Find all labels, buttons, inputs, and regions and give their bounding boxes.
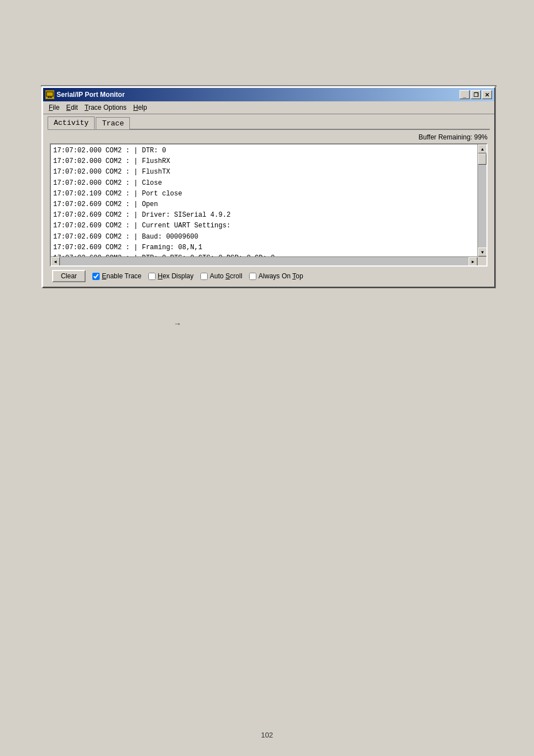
controls-bar: Clear Enable Trace Hex Display Auto Scro… (48, 268, 490, 284)
buffer-remaining: Buffer Remaining: 99% (48, 132, 490, 142)
log-line: 17:07:02.609 COM2 : | Baud: 00009600 (53, 232, 476, 242)
scroll-thumb[interactable] (478, 153, 486, 165)
page-number: 102 (261, 731, 273, 739)
scroll-track[interactable] (478, 153, 486, 248)
always-on-top-label: Always On Top (259, 272, 303, 280)
menu-help[interactable]: Help (130, 102, 151, 113)
log-line: 17:07:02.000 COM2 : | DTR: 0 (53, 146, 476, 156)
title-buttons: _ ❐ ✕ (460, 90, 492, 99)
enable-trace-checkbox-label[interactable]: Enable Trace (92, 272, 142, 280)
app-icon (45, 90, 54, 99)
scroll-corner (477, 256, 486, 265)
tab-bar: Activity Trace (43, 114, 494, 130)
vertical-scrollbar[interactable]: ▲ ▼ (477, 144, 486, 256)
log-line: 17:07:02.609 COM2 : | Framing: 08,N,1 (53, 242, 476, 253)
enable-trace-checkbox[interactable] (92, 273, 100, 280)
log-content[interactable]: 17:07:02.000 COM2 : | DTR: 0 17:07:02.00… (51, 144, 486, 256)
log-line: 17:07:02.000 COM2 : | Close (53, 178, 476, 189)
menu-bar: File Edit Trace Options Help (43, 101, 494, 114)
scroll-right-arrow[interactable]: ► (469, 257, 477, 266)
log-line: 17:07:02.609 COM2 : | Open (53, 199, 476, 210)
menu-trace-options[interactable]: Trace Options (81, 102, 130, 113)
log-line: 17:07:02.000 COM2 : | FlushTX (53, 167, 476, 178)
auto-scroll-checkbox-label[interactable]: Auto Scroll (200, 272, 242, 280)
scroll-track-h[interactable] (60, 257, 469, 265)
always-on-top-checkbox-label[interactable]: Always On Top (249, 272, 303, 280)
clear-button[interactable]: Clear (52, 270, 86, 282)
content-area: Buffer Remaining: 99% 17:07:02.000 COM2 … (43, 130, 494, 287)
horizontal-scrollbar[interactable]: ◄ ► (51, 256, 477, 265)
arrow-indicator: → (174, 319, 181, 328)
menu-edit[interactable]: Edit (63, 102, 81, 113)
minimize-button[interactable]: _ (460, 90, 470, 99)
window-title: Serial/IP Port Monitor (57, 91, 125, 99)
log-line: 17:07:02.109 COM2 : | Port close (53, 189, 476, 199)
always-on-top-checkbox[interactable] (249, 273, 256, 280)
log-line: 17:07:02.000 COM2 : | FlushRX (53, 156, 476, 167)
scroll-down-arrow[interactable]: ▼ (478, 248, 487, 256)
close-button[interactable]: ✕ (482, 90, 492, 99)
menu-file[interactable]: File (45, 102, 63, 113)
title-bar-left: Serial/IP Port Monitor (45, 90, 125, 99)
auto-scroll-label: Auto Scroll (210, 272, 242, 280)
svg-rect-1 (47, 92, 53, 96)
log-box: 17:07:02.000 COM2 : | DTR: 0 17:07:02.00… (50, 143, 488, 267)
log-line: 17:07:02.609 COM2 : | Current UART Setti… (53, 221, 476, 231)
hex-display-checkbox-label[interactable]: Hex Display (148, 272, 194, 280)
restore-button[interactable]: ❐ (471, 90, 481, 99)
enable-trace-label: Enable Trace (102, 272, 142, 280)
auto-scroll-checkbox[interactable] (200, 273, 208, 280)
log-line: 17:07:02.609 COM2 : | Driver: SISerial 4… (53, 210, 476, 221)
tab-trace[interactable]: Trace (96, 117, 130, 129)
title-bar: Serial/IP Port Monitor _ ❐ ✕ (43, 88, 494, 101)
scroll-up-arrow[interactable]: ▲ (478, 144, 487, 153)
hex-display-label: Hex Display (158, 272, 194, 280)
main-window: Serial/IP Port Monitor _ ❐ ✕ File Edit T… (42, 87, 495, 288)
tab-activity[interactable]: Activity (48, 116, 95, 129)
scroll-left-arrow[interactable]: ◄ (51, 257, 60, 266)
hex-display-checkbox[interactable] (148, 273, 156, 280)
